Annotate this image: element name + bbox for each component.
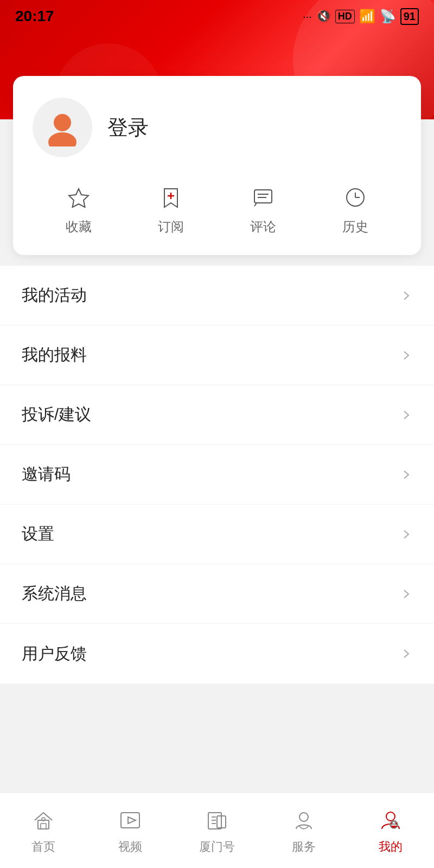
comments-label: 评论 [250, 218, 276, 235]
menu-list: 我的活动 我的报料 投诉/建议 邀请码 设置 系统消息 用户反馈 [0, 266, 434, 684]
quick-action-favorites[interactable]: 收藏 [65, 183, 93, 235]
svg-rect-16 [208, 813, 221, 829]
menu-item-my-activities-label: 我的活动 [22, 284, 87, 307]
quick-action-history[interactable]: 历史 [341, 183, 369, 235]
status-icons: ··· 🔇 HD 📶 📡 91 [303, 8, 419, 25]
nav-item-video[interactable]: 视频 [87, 806, 174, 855]
chevron-right-icon [399, 409, 412, 422]
avatar[interactable] [33, 98, 92, 157]
mine-icon [376, 806, 405, 834]
profile-card: 登录 收藏 订阅 [13, 76, 421, 255]
menu-item-complaints[interactable]: 投诉/建议 [0, 385, 434, 445]
menu-item-system-messages[interactable]: 系统消息 [0, 564, 434, 624]
menu-item-user-feedback-label: 用户反馈 [22, 643, 87, 665]
service-icon [290, 806, 318, 834]
chevron-right-icon [399, 468, 412, 481]
menu-item-invite-code[interactable]: 邀请码 [0, 445, 434, 505]
menu-item-my-activities[interactable]: 我的活动 [0, 266, 434, 326]
menu-item-complaints-label: 投诉/建议 [22, 404, 91, 426]
hd-badge: HD [335, 10, 355, 23]
nav-item-home[interactable]: 首页 [0, 806, 87, 855]
svg-marker-2 [69, 189, 88, 207]
menu-item-settings-label: 设置 [22, 523, 54, 545]
subscriptions-label: 订阅 [158, 218, 184, 235]
chevron-right-icon [399, 528, 412, 541]
nav-mine-label: 我的 [379, 839, 403, 855]
nav-item-service[interactable]: 服务 [260, 806, 347, 855]
svg-point-21 [299, 813, 308, 821]
menu-item-invite-code-label: 邀请码 [22, 463, 71, 486]
quick-action-subscriptions[interactable]: 订阅 [157, 183, 185, 235]
menu-item-my-reports-label: 我的报料 [22, 344, 87, 366]
menu-item-system-messages-label: 系统消息 [22, 583, 87, 605]
wifi-icon: 📡 [380, 9, 396, 24]
nav-item-mine[interactable]: 我的 [347, 806, 434, 855]
svg-point-0 [54, 114, 71, 131]
nav-item-xiamen[interactable]: 厦门号 [174, 806, 260, 855]
history-icon [341, 183, 369, 212]
favorites-label: 收藏 [66, 218, 92, 235]
svg-point-22 [386, 812, 395, 821]
nav-home-label: 首页 [31, 839, 55, 855]
xiamen-icon [203, 806, 231, 834]
subscriptions-icon [157, 183, 185, 212]
nav-video-label: 视频 [118, 839, 142, 855]
menu-item-user-feedback[interactable]: 用户反馈 [0, 624, 434, 684]
chevron-right-icon [399, 349, 412, 362]
favorites-icon [65, 183, 93, 212]
nav-xiamen-label: 厦门号 [199, 839, 235, 855]
chevron-right-icon [399, 289, 412, 302]
quick-action-comments[interactable]: 评论 [249, 183, 277, 235]
chevron-right-icon [399, 588, 412, 601]
svg-rect-11 [38, 820, 49, 829]
mute-icon: 🔇 [316, 9, 331, 23]
signal-dots-icon: ··· [303, 10, 312, 23]
bottom-nav: 首页 视频 厦门号 [0, 792, 434, 868]
menu-item-settings[interactable]: 设置 [0, 505, 434, 564]
comments-icon [249, 183, 277, 212]
history-label: 历史 [342, 218, 368, 235]
status-bar: 20:17 ··· 🔇 HD 📶 📡 91 [0, 0, 434, 33]
login-button[interactable]: 登录 [107, 114, 149, 142]
nav-service-label: 服务 [292, 839, 316, 855]
home-icon [29, 806, 58, 834]
menu-item-my-reports[interactable]: 我的报料 [0, 326, 434, 385]
profile-top: 登录 [33, 98, 401, 157]
signal-bars-icon: 📶 [359, 9, 375, 24]
svg-rect-5 [254, 190, 272, 203]
status-time: 20:17 [15, 8, 54, 25]
svg-rect-12 [41, 824, 46, 829]
svg-marker-15 [128, 817, 136, 824]
video-icon [116, 806, 144, 834]
battery-indicator: 91 [400, 8, 419, 25]
chevron-right-icon [399, 647, 412, 660]
svg-point-1 [48, 132, 76, 146]
quick-actions: 收藏 订阅 评论 [33, 183, 401, 235]
